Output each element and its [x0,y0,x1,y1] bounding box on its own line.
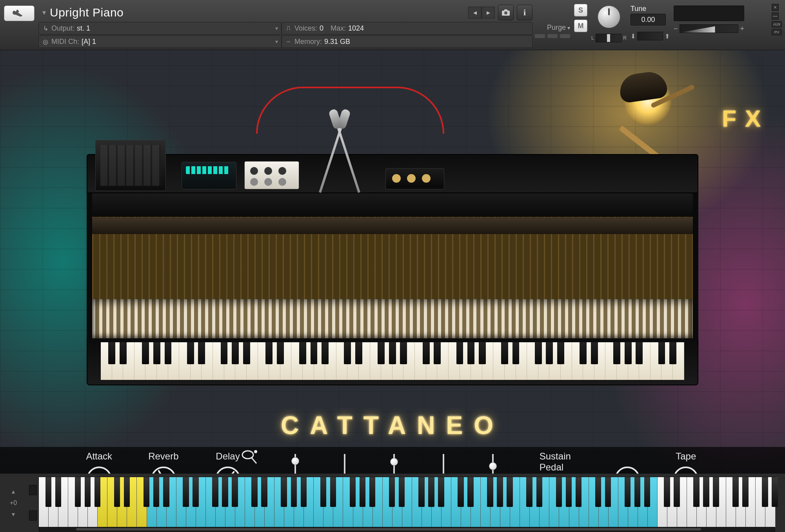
tape-control: Tape Wobble [665,451,707,474]
right-cluster: Purge ▾ S M L R Tune 0.00 ⬇ ⬆ [532,0,785,50]
svg-point-1 [504,11,507,15]
fader-color[interactable]: COLOR [476,451,510,474]
fader-human[interactable]: HUMAN [328,451,362,474]
midi-icon: ◎ [42,38,49,45]
aux-button[interactable]: AUX [772,21,782,27]
tune-strip[interactable] [637,32,663,40]
instrument-gui: FX CATTANEO Attack R [0,50,785,474]
soundboard-graphic [87,193,698,299]
voices-max-value: 1024 [348,24,364,33]
svg-point-3 [242,451,253,459]
tape-knob[interactable] [673,467,698,474]
onscreen-keyboard[interactable] [38,477,776,529]
pan-slider[interactable] [596,34,622,42]
fx-pedal-graphic [182,162,236,189]
midi-label: MIDI Ch: [51,38,79,46]
tape-label: Tape [676,451,696,462]
upright-piano-graphic [87,154,698,385]
next-preset-button[interactable]: ▸ [482,7,495,18]
memory-value: 9.31 GB [324,38,350,46]
settings-wrench-button[interactable] [4,5,35,21]
reverb-label: Reverb [148,451,178,462]
desk-lamp-graphic [612,62,683,168]
delay-knob[interactable] [215,467,240,474]
output-label: Output: [51,24,75,33]
output-selector[interactable]: ↳ Output: st. 1 ▾ [38,22,282,34]
kontakt-header: ▾ Upright Piano ↳ Output: st. 1 ▾ ◎ MIDI… [0,0,785,50]
control-strip: Attack Reverb Large Ambience Delay Eight… [0,447,785,474]
transpose-down-button[interactable]: ▼ [11,511,16,517]
voices-icon: ⎍ [285,25,292,32]
purge-label[interactable]: Purge [547,24,566,32]
velocity-indicator [29,510,37,521]
transpose-value: +0 [10,499,17,507]
center-block: ◂ ▸ i ⎍ Voices: 0 Max: 1024 ⎓ Memory: 9.… [282,0,532,50]
chevron-down-icon[interactable]: ▾ [567,25,570,31]
reverb-knob[interactable] [151,467,176,474]
hammers-graphic [87,299,698,338]
voices-max-label: Max: [331,24,346,33]
solo-button[interactable]: S [574,4,587,16]
output-icon: ↳ [42,25,49,32]
delay-control: Delay Eight [207,451,249,474]
memory-display: ⎓ Memory: 9.31 GB [282,35,532,48]
svg-line-4 [252,458,256,463]
rack-unit-graphic [95,140,166,191]
instrument-name: Upright Piano [50,6,124,19]
midi-value: [A] 1 [82,38,96,46]
tune-value[interactable]: 0.00 [631,14,666,25]
instrument-logo: CATTANEO [281,411,504,440]
kontakt-keyboard: ▲ +0 ▼ [0,474,785,532]
tune-up-icon[interactable]: ⬆ [665,33,670,40]
voices-display: ⎍ Voices: 0 Max: 1024 [282,22,532,34]
delay-label: Delay [216,451,240,462]
cable-graphic [307,87,444,134]
reverb-control: Reverb Large Ambience [134,451,193,474]
attack-control: Attack [78,451,120,474]
midi-channel-selector[interactable]: ◎ MIDI Ch: [A] 1 ▾ [38,35,282,48]
snapshot-camera-button[interactable] [498,5,514,20]
velocity-indicator [29,485,37,495]
mixer-faders: PIANOHUMANSWELLRUSTCOLOR [278,451,510,474]
pingpong-icon[interactable] [241,449,258,466]
attack-knob[interactable] [87,467,112,474]
pan-right-label: R [623,35,627,41]
piano-keys-graphic [101,342,684,380]
title-block: ▾ Upright Piano ↳ Output: st. 1 ▾ ◎ MIDI… [38,0,282,50]
wrench-icon [13,9,26,18]
purge-leds [535,34,570,38]
svg-rect-2 [504,9,507,11]
fx-pedal-graphic [385,168,444,189]
keyboard-transpose: ▲ +0 ▼ [0,474,27,532]
attack-label: Attack [86,451,112,462]
sustain-label: Sustain Pedal [540,451,590,473]
output-value: st. 1 [77,24,90,33]
tune-label: Tune [631,5,670,13]
volume-fader[interactable] [680,24,739,33]
fx-page-button[interactable]: FX [722,105,769,132]
fader-piano[interactable]: PIANO [278,451,312,474]
transpose-up-button[interactable]: ▲ [11,488,16,495]
mute-button[interactable]: M [574,20,587,32]
keyboard-scrollbar[interactable] [39,527,775,532]
output-meter [674,5,744,21]
voices-label: Voices: [294,24,317,33]
preset-menu-triangle-icon[interactable]: ▾ [42,8,46,17]
tune-down-icon[interactable]: ⬇ [631,33,636,40]
tape-noise-control: Tape Noise 4 [604,451,651,474]
svg-point-5 [254,450,257,453]
pv-button[interactable]: PV [772,29,782,35]
fx-pedal-graphic [244,161,299,189]
fader-rust[interactable]: RUST [427,451,460,474]
fader-swell[interactable]: SWELL [377,451,411,474]
prev-preset-button[interactable]: ◂ [468,7,482,18]
tape-noise-knob[interactable] [615,467,640,474]
minimize-icon[interactable]: — [772,13,779,20]
pan-left-label: L [591,35,594,41]
info-button[interactable]: i [517,5,532,20]
memory-icon: ⎓ [285,38,292,45]
chevron-down-icon: ▾ [275,38,278,45]
camera-icon [502,9,510,16]
volume-knob[interactable] [598,5,620,28]
close-icon[interactable]: × [772,4,779,11]
